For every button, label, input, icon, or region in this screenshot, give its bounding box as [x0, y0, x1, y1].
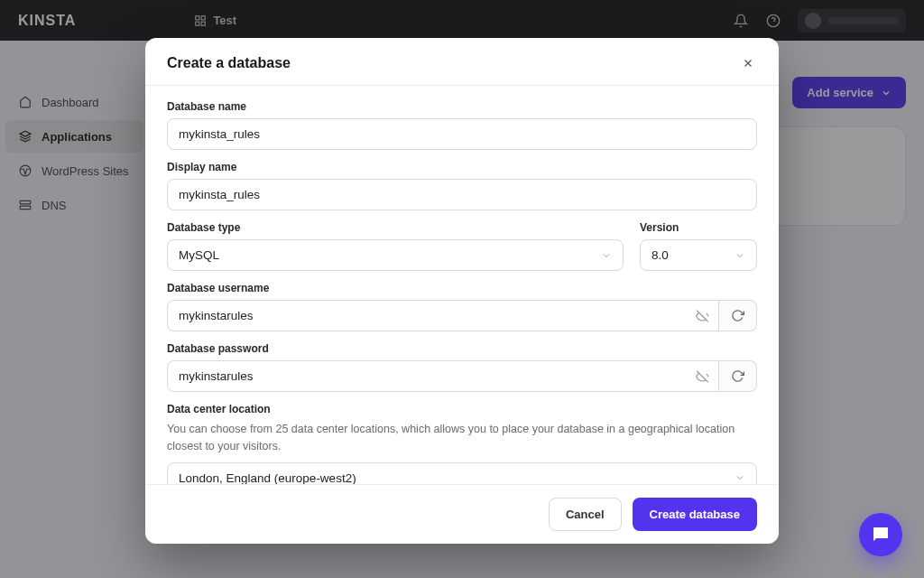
chat-icon [870, 524, 892, 545]
regenerate-username-button[interactable] [719, 300, 757, 331]
database-type-select[interactable]: MySQL [167, 239, 624, 271]
label-database-name: Database name [167, 100, 757, 113]
database-password-field[interactable] [179, 369, 707, 383]
regenerate-password-button[interactable] [719, 360, 757, 392]
modal-footer: Cancel Create database [145, 484, 779, 544]
label-database-type: Database type [167, 221, 624, 234]
chevron-down-icon [601, 250, 612, 261]
chat-fab[interactable] [859, 513, 902, 556]
create-database-button[interactable]: Create database [633, 498, 757, 531]
chevron-down-icon [735, 250, 745, 261]
label-location: Data center location [167, 403, 757, 415]
modal-header: Create a database [145, 38, 779, 86]
label-display-name: Display name [167, 161, 757, 173]
refresh-icon [731, 369, 744, 383]
label-database-username: Database username [167, 282, 757, 294]
location-select[interactable]: London, England (europe-west2) [167, 462, 757, 485]
display-name-field[interactable] [179, 188, 745, 201]
modal-title: Create a database [167, 55, 291, 71]
database-name-input[interactable] [167, 118, 757, 150]
database-name-field[interactable] [179, 127, 745, 141]
database-type-value: MySQL [179, 248, 219, 262]
display-name-input[interactable] [167, 179, 757, 210]
close-icon[interactable] [739, 54, 757, 72]
create-database-modal: Create a database Database name Display … [145, 38, 779, 544]
database-username-field[interactable] [179, 309, 707, 322]
chevron-down-icon [735, 472, 745, 483]
modal-body: Database name Display name Database type… [145, 86, 779, 484]
version-value: 8.0 [651, 248, 669, 262]
refresh-icon [731, 309, 744, 322]
label-database-password: Database password [167, 342, 757, 355]
cancel-button[interactable]: Cancel [549, 498, 622, 531]
version-select[interactable]: 8.0 [640, 239, 757, 271]
database-password-input[interactable] [167, 360, 719, 392]
label-version: Version [640, 221, 757, 234]
eye-off-icon[interactable] [696, 309, 709, 322]
help-location: You can choose from 25 data center locat… [167, 421, 757, 455]
location-value: London, England (europe-west2) [179, 471, 356, 485]
eye-off-icon[interactable] [696, 369, 709, 383]
database-username-input[interactable] [167, 300, 719, 331]
